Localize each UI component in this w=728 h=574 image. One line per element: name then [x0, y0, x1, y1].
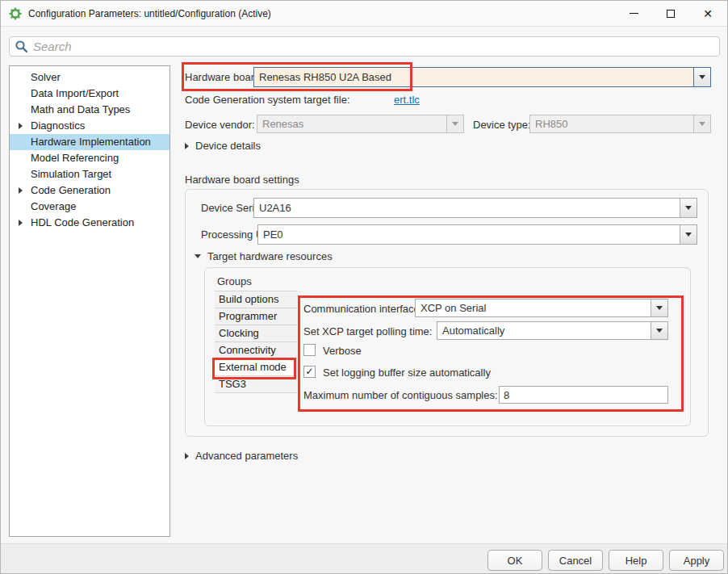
- collapsed-arrow-icon: [185, 453, 189, 459]
- logging-buffer-checkbox[interactable]: ✓: [303, 366, 316, 378]
- chevron-down-icon: [656, 329, 663, 333]
- chevron-down-icon: [452, 122, 458, 126]
- device-series-dropdown[interactable]: U2A16: [253, 198, 697, 218]
- sidebar-item-simulation-target[interactable]: Simulation Target: [10, 166, 169, 182]
- xcp-polling-time-value: Automatically: [437, 325, 651, 337]
- advanced-parameters-label: Advanced parameters: [195, 450, 298, 462]
- processing-unit-value: PE0: [258, 228, 680, 241]
- sidebar-item-model-referencing[interactable]: Model Referencing: [10, 150, 169, 166]
- cancel-button[interactable]: Cancel: [548, 550, 603, 571]
- search-input[interactable]: [28, 40, 719, 53]
- sidebar-item-hdl-code-generation[interactable]: HDL Code Generation: [10, 215, 169, 231]
- chevron-down-icon: [656, 306, 663, 310]
- sidebar-item-label: Data Import/Export: [31, 87, 119, 99]
- window-title: Configuration Parameters: untitled/Confi…: [28, 1, 271, 27]
- chevron-down-icon: [685, 206, 692, 210]
- device-details-expander[interactable]: Device details: [185, 140, 261, 152]
- code-gen-target-label: Code Generation system target file:: [185, 94, 350, 106]
- dropdown-arrow-button[interactable]: [651, 322, 667, 339]
- sidebar-item-label: Solver: [31, 71, 61, 83]
- collapsed-arrow-icon: [185, 143, 189, 149]
- dropdown-arrow-button: [693, 115, 710, 132]
- sidebar-item-solver[interactable]: Solver: [10, 69, 169, 86]
- group-item-programmer[interactable]: Programmer: [215, 308, 297, 325]
- hardware-board-dropdown[interactable]: Renesas RH850 U2A Based: [253, 67, 711, 87]
- hardware-board-label: Hardware board:: [185, 71, 263, 83]
- verbose-label: Verbose: [323, 345, 362, 357]
- group-item-tsg3[interactable]: TSG3: [215, 376, 297, 393]
- title-bar: Configuration Parameters: untitled/Confi…: [1, 1, 727, 27]
- sidebar-item-diagnostics[interactable]: Diagnostics: [10, 118, 169, 134]
- search-icon: [15, 40, 28, 53]
- minimize-icon: [630, 13, 638, 14]
- max-samples-input[interactable]: [499, 386, 668, 404]
- dropdown-arrow-button[interactable]: [680, 199, 697, 217]
- chevron-down-icon: [699, 122, 705, 126]
- hardware-board-settings-heading: Hardware board settings: [185, 174, 299, 186]
- xcp-polling-time-label: Set XCP target polling time:: [303, 325, 432, 337]
- dropdown-arrow-button[interactable]: [680, 225, 697, 244]
- chevron-down-icon: [699, 75, 705, 79]
- sidebar-item-label: HDL Code Generation: [31, 216, 134, 228]
- help-button[interactable]: Help: [609, 550, 663, 571]
- sidebar-item-coverage[interactable]: Coverage: [10, 199, 169, 215]
- simulink-config-gear-icon: [9, 7, 22, 20]
- dropdown-arrow-button: [446, 115, 463, 132]
- apply-button[interactable]: Apply: [669, 550, 724, 571]
- maximize-button[interactable]: [658, 1, 684, 26]
- xcp-polling-time-dropdown[interactable]: Automatically: [437, 321, 668, 340]
- sidebar-item-label: Math and Data Types: [31, 103, 130, 115]
- close-icon: ✕: [703, 8, 713, 19]
- communication-interface-value: XCP on Serial: [416, 302, 651, 314]
- device-type-dropdown: RH850: [529, 115, 711, 133]
- dropdown-arrow-button[interactable]: [693, 68, 710, 86]
- sidebar-item-hardware-implementation[interactable]: Hardware Implementation: [10, 134, 169, 150]
- device-details-label: Device details: [195, 140, 261, 152]
- sidebar-item-data-import-export[interactable]: Data Import/Export: [10, 86, 169, 102]
- verbose-checkbox[interactable]: [303, 344, 316, 356]
- sidebar-item-label: Simulation Target: [31, 168, 111, 180]
- group-item-connectivity[interactable]: Connectivity: [215, 342, 297, 359]
- device-type-label: Device type:: [473, 119, 531, 131]
- communication-interface-label: Communication interface:: [303, 303, 422, 315]
- groups-list: Build optionsProgrammerClockingConnectiv…: [215, 291, 297, 393]
- target-hardware-resources-label: Target hardware resources: [207, 250, 333, 262]
- groups-label: Groups: [217, 275, 252, 287]
- sidebar-item-label: Model Referencing: [31, 152, 119, 164]
- hardware-board-value: Renesas RH850 U2A Based: [254, 71, 693, 83]
- expanded-arrow-icon: [195, 254, 201, 258]
- communication-interface-dropdown[interactable]: XCP on Serial: [415, 299, 668, 317]
- collapsed-arrow-icon[interactable]: [19, 187, 23, 194]
- ert-tlc-link[interactable]: ert.tlc: [394, 94, 420, 106]
- device-series-value: U2A16: [254, 202, 680, 214]
- sidebar-item-label: Diagnostics: [31, 119, 85, 132]
- dropdown-arrow-button[interactable]: [651, 300, 667, 316]
- processing-unit-dropdown[interactable]: PE0: [257, 224, 697, 245]
- group-item-clocking[interactable]: Clocking: [215, 325, 297, 342]
- group-item-build-options[interactable]: Build options: [215, 291, 297, 308]
- device-type-value: RH850: [530, 118, 693, 130]
- config-tree-sidebar: SolverData Import/ExportMath and Data Ty…: [9, 65, 170, 537]
- minimize-button[interactable]: [621, 1, 646, 26]
- group-item-external-mode[interactable]: External mode: [215, 359, 297, 376]
- sidebar-item-label: Hardware Implementation: [31, 136, 151, 148]
- max-samples-label: Maximum number of contiguous samples:: [303, 389, 498, 401]
- collapsed-arrow-icon[interactable]: [19, 220, 23, 226]
- sidebar-item-label: Code Generation: [31, 184, 111, 196]
- sidebar-item-math-and-data-types[interactable]: Math and Data Types: [10, 102, 169, 118]
- target-hardware-resources-expander[interactable]: Target hardware resources: [195, 250, 333, 262]
- device-vendor-dropdown: Renesas: [257, 115, 464, 133]
- ok-button[interactable]: OK: [487, 550, 542, 571]
- footer-bar: OK Cancel Help Apply: [1, 543, 727, 574]
- search-bar: [9, 36, 720, 57]
- maximize-icon: [667, 10, 675, 18]
- logging-buffer-label: Set logging buffer size automatically: [323, 367, 491, 379]
- collapsed-arrow-icon[interactable]: [19, 123, 23, 129]
- advanced-parameters-expander[interactable]: Advanced parameters: [185, 450, 298, 462]
- chevron-down-icon: [685, 233, 692, 237]
- sidebar-item-label: Coverage: [31, 200, 76, 212]
- sidebar-item-code-generation[interactable]: Code Generation: [10, 182, 169, 199]
- device-vendor-label: Device vendor:: [185, 119, 255, 131]
- configuration-parameters-window: Configuration Parameters: untitled/Confi…: [0, 0, 728, 574]
- close-button[interactable]: ✕: [695, 1, 721, 26]
